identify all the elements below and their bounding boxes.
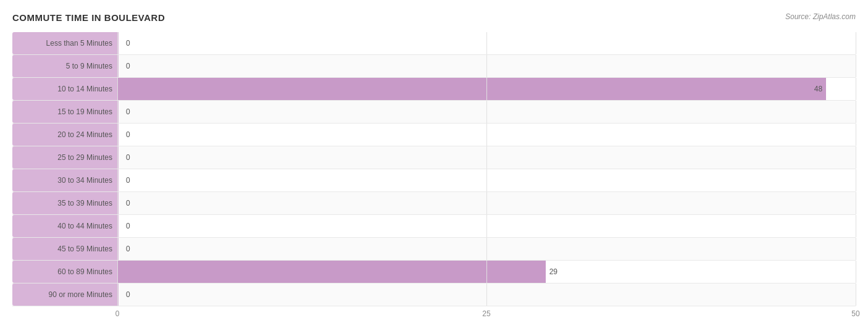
grid-line	[856, 192, 856, 214]
bar-track: 29	[117, 261, 856, 283]
grid-line	[486, 146, 487, 169]
bar-track: 48	[117, 78, 856, 100]
bar-row: 20 to 24 Minutes0	[12, 124, 856, 146]
bar-value: 29	[549, 267, 557, 276]
grid-line	[486, 101, 487, 123]
x-axis: 02550	[117, 306, 856, 319]
bars-area: Less than 5 Minutes05 to 9 Minutes010 to…	[12, 32, 856, 306]
bar-label: 10 to 14 Minutes	[12, 78, 117, 100]
grid-line	[117, 101, 118, 123]
bar-row: 30 to 34 Minutes0	[12, 169, 856, 192]
bar-track: 0	[117, 215, 856, 237]
bar-track: 0	[117, 192, 856, 214]
bar-row: 60 to 89 Minutes29	[12, 261, 856, 283]
x-axis-tick: 50	[851, 309, 859, 318]
bar-value: 0	[126, 290, 130, 299]
bar-row: 10 to 14 Minutes48	[12, 78, 856, 101]
bar-label: 35 to 39 Minutes	[12, 192, 117, 214]
bar-track: 0	[117, 283, 856, 306]
grid-line	[117, 55, 118, 77]
grid-line	[486, 283, 487, 306]
grid-line	[856, 261, 856, 283]
grid-line	[856, 215, 856, 237]
bar-value: 0	[126, 199, 130, 208]
bar-row: 45 to 59 Minutes0	[12, 238, 856, 261]
bar-label: 20 to 24 Minutes	[12, 124, 117, 146]
bar-fill: 48	[117, 78, 826, 100]
grid-line	[486, 169, 487, 191]
grid-line	[486, 215, 487, 237]
grid-line	[856, 101, 856, 123]
grid-line	[486, 124, 487, 146]
bar-value: 0	[126, 130, 130, 139]
grid-line	[117, 192, 118, 214]
grid-line	[486, 261, 487, 283]
grid-line	[486, 238, 487, 260]
grid-line	[117, 78, 118, 100]
chart-header: COMMUTE TIME IN BOULEVARD Source: ZipAtl…	[12, 12, 856, 23]
bar-row: 25 to 29 Minutes0	[12, 146, 856, 169]
bar-fill	[117, 261, 546, 283]
bar-track: 0	[117, 146, 856, 169]
grid-line	[856, 146, 856, 169]
bar-label: 15 to 19 Minutes	[12, 101, 117, 123]
bar-value: 48	[814, 85, 822, 93]
grid-line	[856, 55, 856, 77]
bar-label: Less than 5 Minutes	[12, 32, 117, 54]
grid-line	[117, 215, 118, 237]
x-axis-tick: 25	[482, 309, 490, 318]
bar-value: 0	[126, 222, 130, 230]
chart-source: Source: ZipAtlas.com	[785, 12, 856, 21]
bar-track: 0	[117, 169, 856, 191]
grid-line	[856, 78, 856, 100]
bar-label: 40 to 44 Minutes	[12, 215, 117, 237]
bar-label: 5 to 9 Minutes	[12, 55, 117, 77]
grid-line	[117, 32, 118, 54]
bar-track: 0	[117, 55, 856, 77]
grid-line	[117, 169, 118, 191]
bar-label: 45 to 59 Minutes	[12, 238, 117, 260]
bar-label: 90 or more Minutes	[12, 283, 117, 306]
grid-line	[486, 32, 487, 54]
bar-row: 15 to 19 Minutes0	[12, 101, 856, 124]
bar-track: 0	[117, 32, 856, 54]
grid-line	[117, 261, 118, 283]
bar-row: 90 or more Minutes0	[12, 283, 856, 306]
grid-line	[117, 238, 118, 260]
bar-track: 0	[117, 101, 856, 123]
grid-line	[117, 124, 118, 146]
grid-line	[486, 55, 487, 77]
grid-line	[856, 169, 856, 191]
bar-value: 0	[126, 153, 130, 162]
grid-line	[856, 238, 856, 260]
bar-track: 0	[117, 238, 856, 260]
bar-label: 30 to 34 Minutes	[12, 169, 117, 191]
bar-value: 0	[126, 39, 130, 48]
bar-row: 35 to 39 Minutes0	[12, 192, 856, 215]
grid-line	[856, 32, 856, 54]
bar-value: 0	[126, 62, 130, 70]
grid-line	[486, 78, 487, 100]
grid-line	[117, 146, 118, 169]
grid-line	[117, 283, 118, 306]
grid-line	[856, 124, 856, 146]
chart-title: COMMUTE TIME IN BOULEVARD	[12, 12, 165, 23]
grid-line	[856, 283, 856, 306]
bar-row: 40 to 44 Minutes0	[12, 215, 856, 238]
bar-row: 5 to 9 Minutes0	[12, 55, 856, 78]
grid-line	[486, 192, 487, 214]
bar-value: 0	[126, 107, 130, 116]
bar-label: 25 to 29 Minutes	[12, 146, 117, 169]
bar-row: Less than 5 Minutes0	[12, 32, 856, 55]
chart-container: COMMUTE TIME IN BOULEVARD Source: ZipAtl…	[0, 0, 868, 323]
bar-label: 60 to 89 Minutes	[12, 261, 117, 283]
bar-value: 0	[126, 176, 130, 185]
bar-track: 0	[117, 124, 856, 146]
x-axis-tick: 0	[115, 309, 120, 318]
bar-value: 0	[126, 245, 130, 253]
